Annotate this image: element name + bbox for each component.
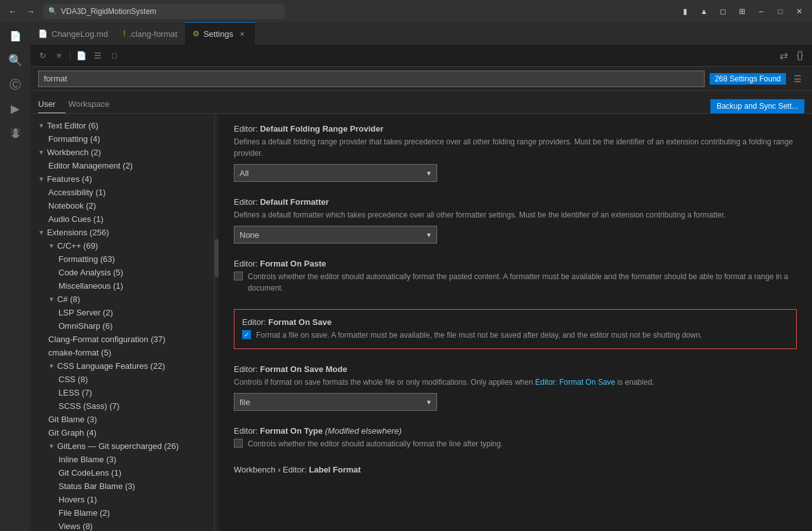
- nav-less[interactable]: LESS (7): [30, 386, 214, 399]
- setting-workbench-label-format-title: Workbench › Editor: Label Format: [234, 465, 797, 474]
- nav-text-editor-label: Text Editor (6): [47, 121, 98, 130]
- setting-prefix: Editor:: [234, 259, 260, 268]
- setting-default-formatter-select[interactable]: None: [234, 226, 437, 244]
- tab-changelog[interactable]: 📄 ChangeLog.md: [30, 22, 116, 45]
- nav-code-analysis-label: Code Analysis (5): [58, 268, 123, 277]
- nav-scss-label: SCSS (Sass) (7): [58, 401, 119, 411]
- nav-editor-management[interactable]: Editor Management (2): [30, 159, 214, 172]
- nav-views-label: Views (8): [58, 521, 93, 531]
- nav-inline-blame[interactable]: Inline Blame (3): [30, 453, 214, 466]
- activity-debug[interactable]: ▶: [4, 97, 27, 120]
- more-layout-button[interactable]: ⊞: [734, 4, 750, 19]
- tab-workspace[interactable]: Workspace: [68, 99, 119, 113]
- nav-status-bar-blame[interactable]: Status Bar Blame (3): [30, 479, 214, 493]
- nav-git-graph-label: Git Graph (4): [48, 428, 97, 438]
- nav-css-features-label: CSS Language Features (22): [57, 361, 165, 371]
- close-button[interactable]: ✕: [792, 4, 807, 19]
- toolbar-sync[interactable]: ⇄: [776, 48, 790, 62]
- tab-settings-close[interactable]: ✕: [237, 29, 247, 39]
- nav-formatting[interactable]: Formatting (4): [30, 132, 214, 146]
- tab-clang[interactable]: ! .clang-format: [116, 22, 185, 45]
- backup-sync-button[interactable]: Backup and Sync Sett...: [710, 99, 804, 113]
- chevron-icon: ▼: [38, 149, 44, 156]
- format-on-type-checkbox[interactable]: [234, 439, 243, 448]
- activity-extensions[interactable]: ⛇: [4, 121, 27, 144]
- format-on-save-label: Format a file on save. A formatter must …: [256, 329, 702, 341]
- format-on-save-link[interactable]: Editor: Format On Save: [535, 378, 615, 387]
- nav-cmake-format[interactable]: cmake-format (5): [30, 346, 214, 359]
- nav-omnisharp[interactable]: OmniSharp (6): [30, 319, 214, 333]
- nav-code-analysis[interactable]: Code Analysis (5): [30, 266, 214, 279]
- nav-file-blame[interactable]: File Blame (2): [30, 506, 214, 520]
- maximize-button[interactable]: □: [773, 4, 788, 19]
- activity-explorer[interactable]: 📄: [4, 25, 27, 48]
- tab-user-label: User: [38, 99, 55, 109]
- minimize-button[interactable]: ‒: [754, 4, 769, 19]
- nav-scrollbar[interactable]: [215, 114, 219, 531]
- main-area: 📄 🔍 Ⓒ ▶ ⛇ 📄 ChangeLog.md ! .clang-format…: [0, 22, 812, 531]
- toolbar-split[interactable]: □: [107, 48, 121, 62]
- nav-lsp-server[interactable]: LSP Server (2): [30, 306, 214, 319]
- setting-default-folding: Editor: Default Folding Range Provider D…: [234, 124, 797, 182]
- forward-button[interactable]: →: [23, 4, 38, 19]
- setting-format-on-paste: Editor: Format On Paste Controls whether…: [234, 259, 797, 294]
- nav-clang-format[interactable]: Clang-Format configuration (37): [30, 333, 214, 346]
- nav-accessibility[interactable]: Accessibility (1): [30, 186, 214, 199]
- setting-default-formatter-select-wrapper: None ▼: [234, 226, 437, 244]
- setting-format-on-save-mode-select[interactable]: file modifications modificationsIfAvaila…: [234, 393, 437, 411]
- nav-workbench[interactable]: ▼ Workbench (2): [30, 146, 214, 159]
- tabs-bar: 📄 ChangeLog.md ! .clang-format ⚙ Setting…: [30, 22, 812, 45]
- nav-features[interactable]: ▼ Features (4): [30, 172, 214, 186]
- toolbar-new-file[interactable]: 📄: [74, 48, 88, 62]
- search-icon: 🔍: [48, 7, 57, 15]
- nav-css-features[interactable]: ▼ CSS Language Features (22): [30, 359, 214, 373]
- format-on-paste-checkbox[interactable]: [234, 272, 243, 280]
- layout-button[interactable]: ◻: [715, 4, 731, 19]
- nav-notebook-label: Notebook (2): [48, 201, 96, 210]
- nav-audio-cues[interactable]: Audio Cues (1): [30, 212, 214, 226]
- nav-views[interactable]: Views (8): [30, 520, 214, 531]
- sidebar-toggle-button[interactable]: ▮: [677, 4, 693, 19]
- nav-extensions-label: Extensions (256): [47, 228, 109, 237]
- nav-gitlens[interactable]: ▼ GitLens — Git supercharged (26): [30, 439, 214, 453]
- panel-toggle-button[interactable]: ▲: [696, 4, 712, 19]
- setting-default-formatter-title: Editor: Default Formatter: [234, 197, 797, 207]
- toolbar-menu[interactable]: ≡: [52, 48, 66, 62]
- activity-git[interactable]: Ⓒ: [4, 73, 27, 96]
- setting-default-folding-select[interactable]: All None: [234, 164, 437, 182]
- settings-tabs: User Workspace Backup and Sync Sett...: [30, 91, 812, 114]
- nav-cpp[interactable]: ▼ C/C++ (69): [30, 239, 214, 252]
- setting-bold: Format On Type: [260, 426, 323, 436]
- nav-scss[interactable]: SCSS (Sass) (7): [30, 399, 214, 413]
- nav-csharp[interactable]: ▼ C# (8): [30, 293, 214, 306]
- back-button[interactable]: ←: [5, 4, 20, 19]
- nav-cpp-formatting-label: Formatting (63): [58, 254, 115, 264]
- format-on-save-checkbox[interactable]: [242, 330, 251, 339]
- nav-text-editor[interactable]: ▼ Text Editor (6): [30, 119, 214, 132]
- settings-content: ▼ Text Editor (6) Formatting (4) ▼ Workb…: [30, 114, 812, 531]
- nav-hovers[interactable]: Hovers (1): [30, 493, 214, 506]
- settings-filter-button[interactable]: ☰: [791, 72, 804, 85]
- changelog-icon: 📄: [38, 29, 48, 38]
- nav-notebook[interactable]: Notebook (2): [30, 199, 214, 212]
- nav-git-graph[interactable]: Git Graph (4): [30, 426, 214, 439]
- toolbar-list[interactable]: ☰: [91, 48, 105, 62]
- activity-search[interactable]: 🔍: [4, 49, 27, 72]
- nav-git-blame[interactable]: Git Blame (3): [30, 413, 214, 426]
- window-controls: ▮ ▲ ◻ ⊞ ‒ □ ✕: [677, 4, 807, 19]
- setting-workbench-label-format: Workbench › Editor: Label Format: [234, 465, 797, 474]
- nav-inline-blame-label: Inline Blame (3): [58, 455, 116, 464]
- nav-git-codelens[interactable]: Git CodeLens (1): [30, 466, 214, 479]
- nav-cpp-formatting[interactable]: Formatting (63): [30, 252, 214, 266]
- toolbar-open-json[interactable]: {}: [793, 48, 807, 62]
- nav-extensions[interactable]: ▼ Extensions (256): [30, 226, 214, 239]
- nav-miscellaneous[interactable]: Miscellaneous (1): [30, 279, 214, 293]
- nav-css[interactable]: CSS (8): [30, 373, 214, 386]
- tab-settings[interactable]: ⚙ Settings ✕: [185, 22, 255, 45]
- setting-prefix: Workbench › Editor:: [234, 465, 309, 474]
- toolbar-refresh[interactable]: ↻: [36, 48, 50, 62]
- settings-search-input[interactable]: [38, 71, 705, 87]
- tab-user[interactable]: User: [38, 99, 65, 113]
- nav-formatting-label: Formatting (4): [48, 134, 100, 144]
- setting-format-on-save-title: Editor: Format On Save: [242, 317, 788, 327]
